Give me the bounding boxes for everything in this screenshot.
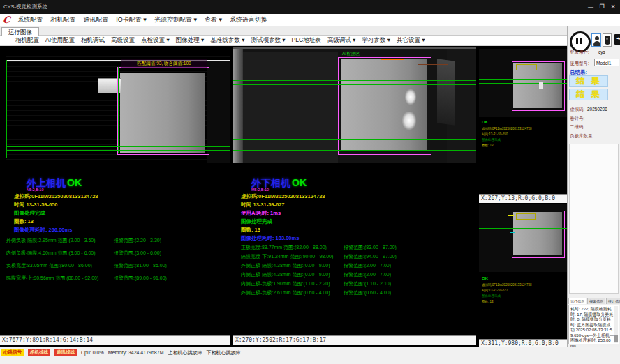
glare-spot (405, 89, 416, 105)
login-user-label: 登录用户: (570, 50, 589, 56)
menu-comm-config[interactable]: 通讯配置 (83, 15, 108, 24)
measurement-text: 外侧正极-隔膜:4.38mm 范围:(0.00 - 9.00) (241, 262, 330, 269)
tb-ai-config[interactable]: AI使用配置 (45, 36, 75, 45)
small-bottom-line: 圈数: 13 (482, 300, 494, 303)
pause-icon (580, 38, 582, 44)
small-bottom-line: 图像处理完成 (482, 294, 501, 298)
middle-process-done: 图像处理完成 (241, 218, 272, 225)
left-status-ok: OK (67, 177, 82, 188)
overlay-mark (510, 232, 515, 233)
measure-line-vertical (118, 67, 119, 153)
tb-camera-config[interactable]: 相机配置 (15, 36, 39, 45)
menu-io-config[interactable]: IO卡配置 ▾ (116, 15, 147, 24)
detection-roi-box (117, 67, 209, 155)
close-button[interactable]: ✕ (607, 0, 619, 14)
log-scrollbar[interactable] (614, 306, 618, 343)
anode-stock-label: 负极库数量: (570, 133, 593, 139)
tb-advanced-debug[interactable]: 高级调试 ▾ (327, 36, 356, 45)
menu-system-config[interactable]: 系统配置 (17, 15, 43, 24)
machine-shadow (207, 61, 230, 163)
middle-process-time: 图像处理耗时: 183.00ms (241, 235, 299, 242)
menu-language-switch[interactable]: 系统语言切换 (230, 15, 267, 24)
measurement-text: 内侧正极-隔膜:4.38mm 范围:(0.00 - 9.00) (241, 271, 330, 278)
middle-turn-count: 圈数: 13 (241, 227, 260, 234)
measurement-text: 外侧负极-隔膜:2.95mm 范围:(2.00 - 3.50) (6, 237, 96, 244)
menu-light-control[interactable]: 光源控制配置 ▾ (154, 15, 197, 24)
measure-line (479, 83, 567, 84)
log-tab-stats[interactable]: 统计信息 (606, 298, 620, 304)
camera-offline-badge: 相机掉线 (28, 349, 50, 356)
tb-camera-debug[interactable]: 相机调试 (81, 36, 105, 45)
middle-status-ok: OK (292, 177, 307, 188)
tb-other-settings[interactable]: 其它设置 ▾ (397, 36, 425, 45)
alarm-range-text: 报警范围:(94.00 - 97.00) (344, 253, 397, 260)
left-virtual-code: 虚拟码:0F11iw20250208133124728 (14, 193, 98, 200)
measure-line-yellow (427, 57, 427, 152)
log-scrollbar-thumb[interactable] (614, 335, 618, 342)
alarm-range-text: 报警范围:(83.00 - 87.00) (344, 244, 397, 251)
small-top-pixel-caption: X:267;Y:13;R:0;G:0;B:0 (479, 194, 567, 203)
small-top-status: OK (482, 120, 488, 124)
left-camera-view[interactable]: 匹配阈值:93, 吻合阈值:100 (6, 52, 230, 163)
overlay-mark (508, 215, 514, 216)
menu-view[interactable]: 查看 ▾ (205, 15, 222, 24)
middle-sub-code: M5:2,B:10 (251, 188, 269, 192)
left-turn-count: 圈数: 13 (14, 218, 34, 225)
measure-line (233, 150, 476, 151)
qr-code-label: 二维码: (570, 124, 584, 130)
small-bottom-status: OK (482, 276, 488, 280)
left-time: 时间:13-31-59-650 (14, 202, 58, 208)
right-sidebar: ➜ 登录用户: cys 使用型号: Model1 总结果: 结 果 结 果 虚拟… (567, 26, 620, 347)
tb-learning-params[interactable]: 学习参数 ▾ (362, 36, 390, 45)
window-controls: — ❐ ✕ (585, 0, 619, 14)
small-top-camera-view[interactable] (479, 49, 567, 117)
alarm-range-text: 报警范围:(2.00 - 7.00) (344, 262, 391, 269)
log-tab-run[interactable]: 运行信息 (568, 298, 586, 304)
measure-line (233, 84, 476, 85)
user-login-button[interactable] (591, 33, 601, 47)
minimize-button[interactable]: — (585, 0, 596, 14)
ai-region-label: AI检测区 (342, 51, 360, 57)
middle-time: 时间:13-31-59-627 (241, 202, 285, 208)
measure-line (233, 139, 476, 140)
small-bottom-camera-view[interactable] (479, 204, 567, 272)
result-display-1: 结 果 (569, 75, 608, 87)
measurement-text: 内侧正极-负极:1.90mm 范围:(1.00 - 2.20) (241, 280, 330, 287)
model-select[interactable]: Model1 (594, 59, 619, 66)
measure-line (479, 228, 567, 229)
log-tab-scrap[interactable]: 报废信息 (587, 298, 605, 304)
main-area: 匹配阈值:93, 吻合阈值:100 AI检测区 (0, 46, 567, 347)
toolbar: 相机配置 AI使用配置 相机调试 高级设置 点检设置 ▾ 图像处理 ▾ 基准线参… (0, 36, 567, 46)
lower-camera-heartbeat: 下相机心跳故障 (206, 349, 240, 356)
exit-arrow-icon: ➜ (616, 36, 620, 42)
log-tab-strip: 运行信息 报废信息 统计信息 (568, 298, 620, 304)
user-icon (595, 36, 599, 40)
measurement-text: 负极宽度:83.05mm 范围:(80.00 - 86.00) (6, 262, 92, 269)
tb-test-params[interactable]: 测试项参数 ▾ (251, 36, 285, 45)
menu-camera-config[interactable]: 相机配置 (50, 15, 75, 24)
small-top-line: 虚拟码:0F11iw20250208133124728 (482, 127, 531, 130)
tb-plc-address[interactable]: PLC地址表 (292, 36, 321, 45)
middle-ai-time: 使用AI耗时: 1ms (241, 210, 281, 217)
log-panel[interactable]: 耗时: 222, 隔膜检测耗时: 17, 隔膜提取分类耗时: 0, 隔膜提取分页… (568, 305, 619, 344)
middle-camera-view[interactable]: AI检测区 (233, 47, 476, 163)
measure-line (479, 79, 567, 80)
left-pixel-caption: X:7677;Y:891;R:14;G:14;B:14 (0, 335, 230, 345)
measure-line-yellow (207, 67, 207, 153)
glare-spot (402, 112, 416, 130)
tb-baseline-params[interactable]: 基准线参数 ▾ (210, 36, 244, 45)
small-top-line: 图像处理完成 (482, 138, 501, 142)
tb-image-processing[interactable]: 图像处理 ▾ (176, 36, 205, 45)
app-logo-icon: C (2, 15, 11, 26)
profile-button[interactable] (603, 33, 612, 47)
exit-button[interactable]: ➜ (613, 33, 620, 47)
result-list-box[interactable] (569, 144, 619, 294)
maximize-button[interactable]: ❐ (596, 0, 607, 14)
tb-advanced-settings[interactable]: 高级设置 (111, 36, 135, 45)
threshold-overlay-label: 匹配阈值:93, 吻合阈值:100 (121, 59, 207, 68)
left-process-done: 图像处理完成 (14, 210, 45, 217)
measurement-text: 正极宽度:83.77mm 范围:(82.00 - 88.00) (241, 244, 327, 251)
tb-spot-check[interactable]: 点检设置 ▾ (141, 36, 170, 45)
cpu-usage: Cpu: 0.0% (81, 350, 104, 355)
toolbar-grip[interactable] (6, 38, 8, 44)
